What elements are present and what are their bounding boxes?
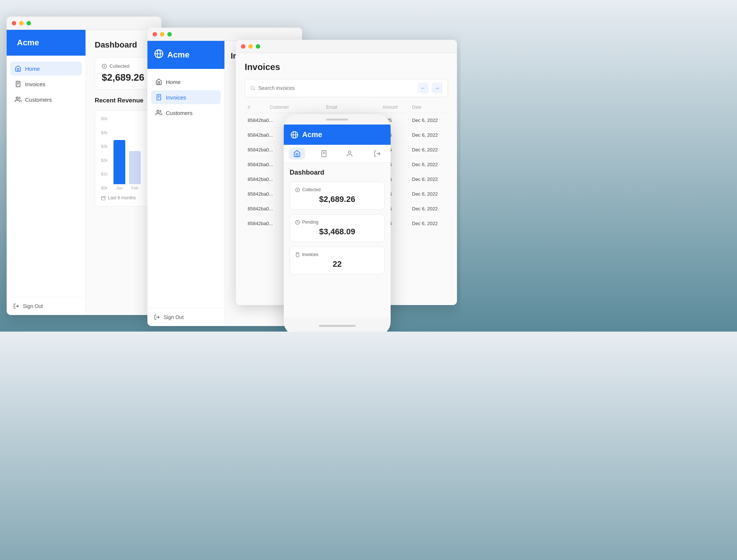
mobile-collected-value: $2,689.26	[295, 195, 379, 204]
row-id: 85842ba0...	[248, 191, 270, 197]
nav-label-invoices-win2: Invoices	[166, 94, 186, 101]
svg-point-7	[16, 97, 18, 99]
mobile-invoices-card: Invoices 22	[290, 246, 385, 274]
close-button-win2[interactable]	[153, 32, 157, 36]
nav-label-home: Home	[25, 66, 40, 72]
col-date: Date	[412, 105, 445, 110]
globe-icon-win2	[154, 49, 164, 61]
home-indicator	[319, 325, 356, 327]
dollar-icon	[102, 64, 107, 69]
mobile-dashboard-title: Dashboard	[290, 169, 385, 176]
mobile-notch	[284, 114, 391, 125]
row-id: 85842ba0...	[248, 147, 270, 153]
customers-icon	[15, 96, 21, 103]
search-input[interactable]	[258, 85, 415, 91]
minimize-button-win2[interactable]	[160, 32, 164, 36]
collected-value-win1: $2,689.26	[102, 72, 146, 83]
mobile-app-name: Acme	[302, 130, 322, 139]
mobile-nav-home[interactable]	[289, 148, 305, 160]
row-id: 85842ba0...	[248, 162, 270, 167]
close-button[interactable]	[12, 21, 16, 25]
signout-btn-win2[interactable]: Sign Out	[147, 308, 224, 326]
search-prev-btn[interactable]: ←	[418, 83, 429, 94]
search-next-btn[interactable]: →	[432, 83, 443, 94]
dollar-circle-icon	[295, 188, 300, 192]
signout-icon-win1	[13, 303, 19, 309]
sidebar-item-home-win2[interactable]: Home	[151, 75, 221, 89]
row-id: 85842ba0...	[248, 221, 270, 226]
sidebar-nav-win1: Home Invoices	[7, 56, 85, 297]
sidebar-item-customers[interactable]: Customers	[10, 92, 82, 106]
titlebar-win3	[236, 40, 457, 53]
calendar-icon	[101, 196, 106, 200]
close-button-win3[interactable]	[241, 44, 245, 49]
bar-jan: Jan	[113, 140, 125, 190]
bar-feb-fill	[129, 151, 141, 184]
svg-point-33	[348, 151, 351, 154]
signout-icon-mobile	[374, 150, 381, 157]
mobile-pending-value: $3,468.09	[295, 227, 379, 237]
row-id: 85842ba0...	[248, 132, 270, 138]
mobile-bottom-bar	[284, 318, 391, 332]
customers-icon-win2	[156, 109, 162, 116]
window-mobile: Acme	[284, 114, 391, 332]
minimize-button[interactable]	[19, 21, 24, 25]
chart-area: $5k $4k $3k $2k $1k $0k Jan	[95, 110, 153, 207]
sidebar-item-customers-win2[interactable]: Customers	[151, 106, 221, 120]
svg-line-26	[254, 89, 255, 90]
svg-rect-39	[296, 253, 299, 257]
search-icon	[250, 85, 255, 91]
bar-feb: Feb	[129, 151, 141, 190]
window-desktop-back: Acme Home Invoice	[7, 17, 161, 315]
chart-y-labels: $5k $4k $3k $2k $1k $0k	[101, 116, 108, 190]
invoices-title-win3: Invoices	[245, 62, 448, 72]
chart-bars: Jan Feb	[113, 116, 146, 190]
row-date: Dec 6, 2022	[412, 191, 445, 197]
mobile-logo: Acme	[284, 125, 391, 145]
col-customer: Customer	[270, 105, 326, 110]
mobile-nav	[284, 145, 391, 163]
nav-label-invoices: Invoices	[25, 81, 45, 87]
revenue-section-title: Recent Revenue	[95, 97, 153, 104]
sidebar-logo-win2: Acme	[147, 41, 224, 69]
mobile-collected-card: Collected $2,689.26	[290, 182, 385, 210]
row-date: Dec 6, 2022	[412, 176, 445, 182]
sidebar-item-invoices[interactable]: Invoices	[10, 77, 82, 91]
svg-point-23	[157, 110, 159, 112]
sidebar-win2: Acme Home Invoice	[147, 41, 225, 326]
mobile-invoices-count: 22	[295, 259, 379, 269]
mobile-collected-label: Collected	[302, 187, 321, 192]
maximize-button-win3[interactable]	[256, 44, 260, 49]
maximize-button-win2[interactable]	[167, 32, 172, 36]
row-date: Dec 6, 2022	[412, 147, 445, 153]
invoice-icon-card	[295, 252, 300, 257]
col-amount: Amount	[383, 105, 412, 110]
row-date: Dec 6, 2022	[412, 162, 445, 167]
chart-footer: Last 6 months	[101, 195, 146, 200]
sidebar-win1: Acme Home Invoice	[7, 30, 86, 315]
col-email: Email	[326, 105, 383, 110]
signout-label-win2: Sign Out	[164, 314, 184, 320]
row-date: Dec 6, 2022	[412, 206, 445, 211]
minimize-button-win3[interactable]	[248, 44, 253, 49]
sidebar-item-invoices-win2[interactable]: Invoices	[151, 90, 221, 104]
mobile-nav-customers[interactable]	[342, 148, 359, 160]
search-bar[interactable]: ← →	[245, 79, 448, 97]
col-hash: #	[248, 105, 270, 110]
maximize-button[interactable]	[27, 21, 31, 25]
mobile-nav-invoices[interactable]	[316, 148, 332, 160]
nav-label-customers: Customers	[25, 97, 52, 103]
titlebar-win2	[147, 28, 302, 41]
row-id: 85842ba0...	[248, 206, 270, 211]
signout-btn-win1[interactable]: Sign Out	[7, 297, 85, 315]
home-icon	[15, 65, 21, 72]
mobile-nav-signout[interactable]	[369, 148, 385, 160]
signout-icon-win2	[154, 314, 160, 320]
dashboard-title-win1: Dashboard	[95, 40, 153, 50]
sidebar-item-home[interactable]: Home	[10, 62, 82, 76]
collected-label-win1: Collected	[109, 63, 129, 69]
notch-pill	[326, 119, 348, 120]
row-date: Dec 6, 2022	[412, 132, 445, 138]
invoice-icon-mobile	[320, 150, 328, 157]
app-name-win2: Acme	[167, 50, 189, 60]
